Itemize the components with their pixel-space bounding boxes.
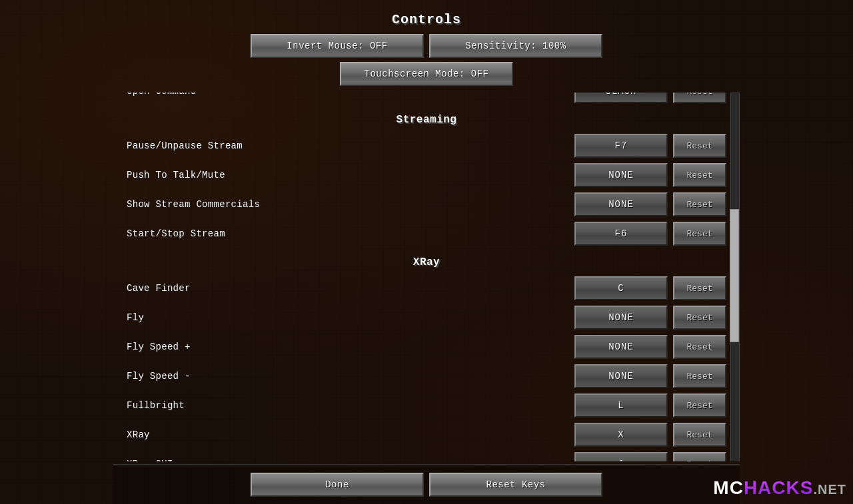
content-area: Open Command SLASH Reset Streaming Pause… [113, 93, 740, 461]
label-xray-gui: XRay GUI [127, 459, 574, 461]
key-pause-stream[interactable]: F7 [574, 134, 668, 158]
watermark: MCHACKS.NET [713, 477, 846, 499]
scroll-wrapper[interactable]: Open Command SLASH Reset Streaming Pause… [113, 93, 740, 461]
key-fly[interactable]: NONE [574, 306, 668, 330]
row-xray: XRay X Reset [113, 420, 740, 449]
row-fly: Fly NONE Reset [113, 303, 740, 332]
invert-mouse-button[interactable]: Invert Mouse: OFF [251, 34, 424, 58]
label-start-stop-stream: Start/Stop Stream [127, 228, 574, 239]
scrollbar-thumb[interactable] [730, 209, 739, 342]
label-fullbright: Fullbright [127, 400, 574, 411]
key-xray-gui[interactable]: J [574, 452, 668, 461]
row-open-command: Open Command SLASH Reset [113, 93, 740, 106]
key-fullbright[interactable]: L [574, 393, 668, 417]
watermark-mc: MC [713, 477, 744, 498]
key-stream-commercials[interactable]: NONE [574, 192, 668, 216]
reset-start-stop-stream[interactable]: Reset [673, 222, 726, 246]
row-start-stop-stream: Start/Stop Stream F6 Reset [113, 219, 740, 248]
reset-fly[interactable]: Reset [673, 306, 726, 330]
label-fly-speed-plus: Fly Speed + [127, 342, 574, 352]
reset-keys-button[interactable]: Reset Keys [429, 473, 602, 497]
reset-fly-speed-plus[interactable]: Reset [673, 335, 726, 359]
label-stream-commercials: Show Stream Commercials [127, 199, 574, 210]
row-cave-finder: Cave Finder C Reset [113, 274, 740, 303]
section-xray: XRay [113, 248, 740, 274]
key-start-stop-stream[interactable]: F6 [574, 222, 668, 246]
reset-cave-finder[interactable]: Reset [673, 276, 726, 300]
key-fly-speed-minus[interactable]: NONE [574, 364, 668, 388]
touchscreen-button[interactable]: Touchscreen Mode: OFF [340, 62, 513, 86]
reset-open-command[interactable]: Reset [673, 93, 726, 103]
row-push-to-talk: Push To Talk/Mute NONE Reset [113, 160, 740, 190]
label-fly-speed-minus: Fly Speed - [127, 371, 574, 381]
reset-fly-speed-minus[interactable]: Reset [673, 364, 726, 388]
key-cave-finder[interactable]: C [574, 276, 668, 300]
row-fly-speed-minus: Fly Speed - NONE Reset [113, 362, 740, 391]
top-controls: Invert Mouse: OFF Sensitivity: 100% [251, 34, 602, 58]
scrollbar-track [730, 93, 740, 461]
key-open-command[interactable]: SLASH [574, 93, 668, 103]
sensitivity-button[interactable]: Sensitivity: 100% [429, 34, 602, 58]
row-xray-gui: XRay GUI J Reset [113, 449, 740, 461]
reset-stream-commercials[interactable]: Reset [673, 192, 726, 216]
page-container: Controls Invert Mouse: OFF Sensitivity: … [0, 0, 853, 504]
reset-xray-gui[interactable]: Reset [673, 452, 726, 461]
section-streaming: Streaming [113, 106, 740, 131]
reset-push-to-talk[interactable]: Reset [673, 163, 726, 187]
row-fly-speed-plus: Fly Speed + NONE Reset [113, 332, 740, 362]
row-pause-stream: Pause/Unpause Stream F7 Reset [113, 131, 740, 160]
page-title: Controls [392, 12, 461, 27]
label-cave-finder: Cave Finder [127, 283, 574, 294]
reset-xray[interactable]: Reset [673, 423, 726, 447]
reset-fullbright[interactable]: Reset [673, 393, 726, 417]
label-open-command: Open Command [127, 93, 574, 97]
reset-pause-stream[interactable]: Reset [673, 134, 726, 158]
label-xray: XRay [127, 429, 574, 440]
row-fullbright: Fullbright L Reset [113, 391, 740, 420]
bottom-section: Done Reset Keys [113, 464, 740, 504]
label-push-to-talk: Push To Talk/Mute [127, 170, 574, 180]
label-fly: Fly [127, 312, 574, 323]
key-xray[interactable]: X [574, 423, 668, 447]
watermark-net: .NET [813, 482, 846, 497]
done-button[interactable]: Done [251, 473, 424, 497]
row-stream-commercials: Show Stream Commercials NONE Reset [113, 190, 740, 219]
key-push-to-talk[interactable]: NONE [574, 163, 668, 187]
watermark-hacks: HACKS [744, 477, 814, 498]
label-pause-stream: Pause/Unpause Stream [127, 140, 574, 151]
key-fly-speed-plus[interactable]: NONE [574, 335, 668, 359]
second-row-controls: Touchscreen Mode: OFF [340, 62, 513, 86]
